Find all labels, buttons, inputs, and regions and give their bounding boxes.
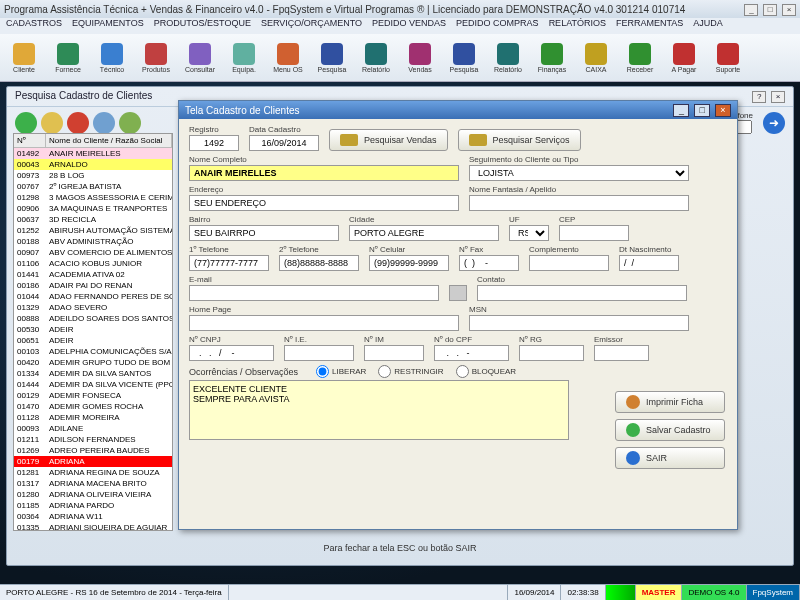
table-row[interactable]: 00179ADRIANA [14,456,172,467]
tbtn-cliente[interactable]: Cliente [4,36,44,79]
table-row[interactable]: 00888ADEILDO SOARES DOS SANTOS [14,313,172,324]
edit-icon[interactable] [41,112,63,134]
maximize-button[interactable]: □ [763,4,777,16]
im-field[interactable] [364,345,424,361]
go-button[interactable]: ➜ [763,112,785,134]
menu-produtos/estoque[interactable]: PRODUTOS/ESTOQUE [154,18,251,34]
table-row[interactable]: 01044ADAO FERNANDO PERES DE SOUZ [14,291,172,302]
tbtn-fornece[interactable]: Fornece [48,36,88,79]
salvar-cadastro-button[interactable]: Salvar Cadastro [615,419,725,441]
dialog-min-button[interactable]: _ [673,104,689,117]
endereco-field[interactable] [189,195,459,211]
tel1-field[interactable] [189,255,269,271]
tel2-field[interactable] [279,255,359,271]
table-row[interactable]: 01335ADRIANI SIQUEIRA DE AGUIAR [14,522,172,531]
segmento-select[interactable]: LOJISTA [469,165,689,181]
tbtn-equipa[interactable]: Equipa. [224,36,264,79]
table-row[interactable]: 00907ABV COMERCIO DE ALIMENTOS LT [14,247,172,258]
bairro-field[interactable] [189,225,339,241]
tbtn-tcnico[interactable]: Técnico [92,36,132,79]
table-row[interactable]: 009063A MAQUINAS E TRANPORTES [14,203,172,214]
table-row[interactable]: 01492ANAIR MEIRELLES [14,148,172,159]
imprimir-ficha-button[interactable]: Imprimir Ficha [615,391,725,413]
nascimento-field[interactable] [619,255,679,271]
table-row[interactable]: 01128ADEMIR MOREIRA [14,412,172,423]
delete-icon[interactable] [67,112,89,134]
table-row[interactable]: 00651ADEIR [14,335,172,346]
table-row[interactable]: 00129ADEMIR FONSECA [14,390,172,401]
menu-pedido vendas[interactable]: PEDIDO VENDAS [372,18,446,34]
print-icon[interactable] [93,112,115,134]
cpf-field[interactable] [434,345,509,361]
sair-button[interactable]: SAIR [615,447,725,469]
tbtn-relatrio[interactable]: Relatório [488,36,528,79]
client-grid[interactable]: Nº Nome do Cliente / Razão Social 01492A… [13,133,173,531]
fantasia-field[interactable] [469,195,689,211]
table-row[interactable]: 01185ADRIANA PARDO [14,500,172,511]
table-row[interactable]: 00093ADILANE [14,423,172,434]
tbtn-menuos[interactable]: Menu OS [268,36,308,79]
table-row[interactable]: 01334ADEMIR DA SILVA SANTOS [14,368,172,379]
dialog-close-button[interactable]: × [715,104,731,117]
menu-ajuda[interactable]: AJUDA [693,18,723,34]
tbtn-produtos[interactable]: Produtos [136,36,176,79]
menu-equipamentos[interactable]: EQUIPAMENTOS [72,18,144,34]
tbtn-receber[interactable]: Receber [620,36,660,79]
cep-field[interactable] [559,225,629,241]
table-row[interactable]: 01211ADILSON FERNANDES [14,434,172,445]
table-row[interactable]: 01441ACADEMIA ATIVA 02 [14,269,172,280]
pesquisar-vendas-button[interactable]: Pesquisar Vendas [329,129,448,151]
table-row[interactable]: 01269ADREO PEREIRA BAUDES [14,445,172,456]
tbtn-consultar[interactable]: Consultar [180,36,220,79]
menu-ferramentas[interactable]: FERRAMENTAS [616,18,683,34]
emissor-field[interactable] [594,345,649,361]
complemento-field[interactable] [529,255,609,271]
tbtn-vendas[interactable]: Vendas [400,36,440,79]
tbtn-pesquisa[interactable]: Pesquisa [444,36,484,79]
email-icon[interactable] [449,285,467,301]
pesquisar-servicos-button[interactable]: Pesquisar Serviços [458,129,581,151]
fax-field[interactable] [459,255,519,271]
export-icon[interactable] [119,112,141,134]
celular-field[interactable] [369,255,449,271]
col-num[interactable]: Nº [14,134,46,147]
observacoes-field[interactable]: EXCELENTE CLIENTE SEMPRE PARA AVISTA [189,380,569,440]
data-cadastro-field[interactable] [249,135,319,151]
tbtn-relatrio[interactable]: Relatório [356,36,396,79]
tbtn-suporte[interactable]: Suporte [708,36,748,79]
table-row[interactable]: 01317ADRIANA MACENA BRITO [14,478,172,489]
table-row[interactable]: 00420ADEMIR GRUPO TUDO DE BOM [14,357,172,368]
dialog-max-button[interactable]: □ [694,104,710,117]
ie-field[interactable] [284,345,354,361]
uf-select[interactable]: RS [509,225,549,241]
email-field[interactable] [189,285,439,301]
table-row[interactable]: 012983 MAGOS ASSESSORIA E CERIMONI [14,192,172,203]
minimize-button[interactable]: _ [744,4,758,16]
menu-cadastros[interactable]: CADASTROS [6,18,62,34]
menu-serviço/orçamento[interactable]: SERVIÇO/ORÇAMENTO [261,18,362,34]
table-row[interactable]: 01470ADEMIR GOMES ROCHA [14,401,172,412]
table-row[interactable]: 01280ADRIANA OLIVEIRA VIEIRA [14,489,172,500]
close-button[interactable]: × [782,4,796,16]
tbtn-caixa[interactable]: CAIXA [576,36,616,79]
menu-pedido compras[interactable]: PEDIDO COMPRAS [456,18,539,34]
homepage-field[interactable] [189,315,459,331]
table-row[interactable]: 01444ADEMIR DA SILVA VICENTE (PPG T [14,379,172,390]
table-row[interactable]: 00043ARNALDO [14,159,172,170]
table-row[interactable]: 00364ADRIANA W11 [14,511,172,522]
menu-relatórios[interactable]: RELATÓRIOS [549,18,606,34]
contato-field[interactable] [477,285,687,301]
col-name[interactable]: Nome do Cliente / Razão Social [46,134,172,147]
liberar-radio[interactable]: LIBERAR [316,365,366,378]
table-row[interactable]: 00188ABV ADMINISTRAÇÃO [14,236,172,247]
restringir-radio[interactable]: RESTRINGIR [378,365,443,378]
panel-help-button[interactable]: ? [752,91,766,103]
table-row[interactable]: 006373D RECICLA [14,214,172,225]
bloquear-radio[interactable]: BLOQUEAR [456,365,516,378]
table-row[interactable]: 0097328 B LOG [14,170,172,181]
tbtn-apagar[interactable]: A Pagar [664,36,704,79]
table-row[interactable]: 01329ADAO SEVERO [14,302,172,313]
nome-field[interactable] [189,165,459,181]
table-row[interactable]: 007672º IGREJA BATISTA [14,181,172,192]
msn-field[interactable] [469,315,689,331]
